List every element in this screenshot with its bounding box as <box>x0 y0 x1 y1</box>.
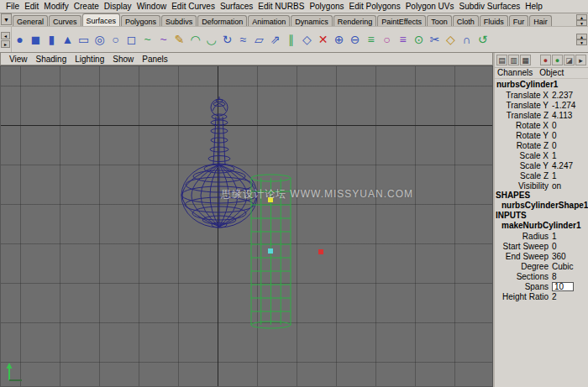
menu-help[interactable]: Help <box>522 2 545 11</box>
shelf-icon-arc-three-point[interactable]: ◠ <box>187 29 203 51</box>
channel-value-translate-x[interactable]: 2.237 <box>552 91 584 100</box>
panel-menu-view[interactable]: View <box>5 55 32 64</box>
shelf-icon-nurbs-square[interactable]: ◻ <box>123 29 139 51</box>
channel-layout-stack-icon[interactable]: ▦ <box>520 55 531 65</box>
shelf-tab-hair[interactable]: Hair <box>529 15 552 26</box>
shelf-tab-deformation[interactable]: Deformation <box>197 15 247 26</box>
channel-value-scale-x[interactable]: 1 <box>552 151 584 160</box>
shelf-icon-detach-surfaces[interactable]: ⊖ <box>347 29 363 51</box>
shelf-icon-delete-surface[interactable]: ✕ <box>315 29 331 51</box>
shelf-icon-arc-two-point[interactable]: ◡ <box>203 29 219 51</box>
panel-menu-panels[interactable]: Panels <box>138 55 172 64</box>
menu-edit-nurbs[interactable]: Edit NURBS <box>255 2 307 11</box>
channel-value-sections[interactable]: 8 <box>552 272 584 281</box>
cv-marker-red[interactable] <box>318 249 323 254</box>
shelf-tab-scroll-up-icon[interactable]: ▲ <box>576 14 587 20</box>
shelf-icon-rebuild-surfaces[interactable]: ↺ <box>475 29 491 51</box>
channel-value-scale-y[interactable]: 4.247 <box>552 161 584 170</box>
shelf-icon-project-curve[interactable]: ⊙ <box>411 29 427 51</box>
shelf-tab-surfaces[interactable]: Surfaces <box>82 13 121 26</box>
selected-node-title[interactable]: nurbsCylinder1 <box>495 79 588 90</box>
shelf-tab-cloth[interactable]: Cloth <box>453 15 479 26</box>
shelf-icon-nurbs-cylinder[interactable]: ▮ <box>44 29 60 51</box>
channel-value-height-ratio[interactable]: 2 <box>552 292 584 301</box>
input-node-name[interactable]: makeNurbCylinder1 <box>495 221 588 231</box>
menu-polygon-uvs[interactable]: Polygon UVs <box>403 2 457 11</box>
channel-value-radius[interactable]: 1 <box>552 232 584 241</box>
menu-edit-polygons[interactable]: Edit Polygons <box>347 2 403 11</box>
menu-polygons[interactable]: Polygons <box>307 2 346 11</box>
shelf-icon-nurbs-circle[interactable]: ○ <box>108 29 123 51</box>
shelf-icon-pencil-curve-tool[interactable]: ✎ <box>171 29 187 51</box>
menu-subdiv-surfaces[interactable]: Subdiv Surfaces <box>456 2 522 11</box>
channels-menu[interactable]: Channels <box>497 68 533 78</box>
shelf-icon-revolve[interactable]: ↻ <box>219 29 235 51</box>
channel-layout-narrow-icon[interactable]: ▤ <box>496 55 507 65</box>
menu-edit[interactable]: Edit <box>22 2 41 11</box>
panel-menu-shading[interactable]: Shading <box>32 55 71 64</box>
shelf-tab-menu-button[interactable]: ▼ <box>1 13 12 25</box>
menu-window[interactable]: Window <box>134 2 170 11</box>
panel-menu-lighting[interactable]: Lighting <box>71 55 108 64</box>
menu-edit-curves[interactable]: Edit Curves <box>169 2 218 11</box>
shelf-icon-attach-surfaces[interactable]: ⊕ <box>331 29 347 51</box>
channel-value-rotate-z[interactable]: 0 <box>552 141 584 150</box>
shelf-icon-nurbs-cube[interactable]: ◼ <box>28 29 44 51</box>
object-menu[interactable]: Object <box>539 68 564 78</box>
shelf-tab-subdivs[interactable]: Subdivs <box>161 15 197 26</box>
shelf-icon-planar[interactable]: ▱ <box>251 29 267 51</box>
channel-value-translate-z[interactable]: 4.113 <box>552 111 584 120</box>
shape-node-name[interactable]: nurbsCylinderShape1 <box>495 201 588 211</box>
viewport-canvas[interactable]: 思缘设计论坛 WWW.MISSYUAN.COM <box>0 65 493 387</box>
channel-value-rotate-y[interactable]: 0 <box>552 131 584 140</box>
shelf-scroll-down-icon[interactable]: ▼ <box>576 39 587 45</box>
shelf-tab-fluids[interactable]: Fluids <box>480 15 508 26</box>
shelf-tab-general[interactable]: General <box>13 15 48 26</box>
menu-file[interactable]: File <box>3 2 22 11</box>
channel-value-degree[interactable]: Cubic <box>552 262 584 271</box>
shelf-icon-cv-curve-tool[interactable]: ~ <box>139 29 155 51</box>
menu-surfaces[interactable]: Surfaces <box>218 2 255 11</box>
menu-modify[interactable]: Modify <box>41 2 71 11</box>
shelf-icon-ep-curve-tool[interactable]: ~ <box>155 29 171 51</box>
shelf-icon-booleans[interactable]: ∩ <box>459 29 475 51</box>
shelf-icon-boundary[interactable]: ◇ <box>299 29 315 51</box>
shelf-icon-nurbs-torus[interactable]: ◎ <box>92 29 108 51</box>
shelf-icon-align-surfaces[interactable]: ≡ <box>363 29 379 51</box>
channel-value-visibility[interactable]: on <box>552 181 584 191</box>
shelf-icon-birail[interactable]: ∥ <box>283 29 299 51</box>
shelf-icon-loft[interactable]: ≈ <box>235 29 251 51</box>
shelf-icon-untrim[interactable]: ◇ <box>443 29 459 51</box>
shelf-scroll-up-icon[interactable]: ▲ <box>576 34 587 39</box>
shelf-prev-icon[interactable]: ◂ <box>1 32 10 39</box>
shelf-tab-rendering[interactable]: Rendering <box>333 15 377 26</box>
shelf-icon-nurbs-plane[interactable]: ▭ <box>76 29 92 51</box>
speed-slow-icon[interactable]: ● <box>540 55 551 65</box>
channel-value-spans[interactable]: 10 <box>552 282 574 291</box>
menu-create[interactable]: Create <box>71 2 102 11</box>
channel-layout-wide-icon[interactable]: ▥ <box>508 55 519 65</box>
cv-marker-cyan[interactable] <box>268 248 273 254</box>
channel-options-icon[interactable]: ▸ <box>575 55 586 65</box>
channel-value-end-sweep[interactable]: 360 <box>552 252 584 261</box>
shelf-tab-painteffects[interactable]: PaintEffects <box>377 15 426 26</box>
shelf-tab-curves[interactable]: Curves <box>49 15 81 26</box>
shelf-icon-extrude[interactable]: ⇗ <box>267 29 283 51</box>
shelf-tab-polygons[interactable]: Polygons <box>121 15 160 26</box>
shelf-icon-nurbs-sphere[interactable]: ● <box>12 29 28 51</box>
shelf-tab-scroll-down-icon[interactable]: ▼ <box>576 20 587 26</box>
channel-value-rotate-x[interactable]: 0 <box>552 121 584 130</box>
shelf-icon-nurbs-cone[interactable]: ▲ <box>60 29 76 51</box>
channel-paint-icon[interactable]: ◪ <box>564 55 575 65</box>
wireframe-model[interactable] <box>181 97 257 227</box>
panel-menu-show[interactable]: Show <box>108 55 138 64</box>
menu-display[interactable]: Display <box>102 2 134 11</box>
shelf-icon-open-close-surfaces[interactable]: ○ <box>379 29 395 51</box>
shelf-icon-insert-isoparms[interactable]: ≡ <box>395 29 411 51</box>
speed-fast-icon[interactable]: ● <box>552 55 563 65</box>
shelf-tab-toon[interactable]: Toon <box>427 15 452 26</box>
channel-value-scale-z[interactable]: 1 <box>552 171 584 180</box>
shelf-tab-animation[interactable]: Animation <box>248 15 290 26</box>
shelf-tab-dynamics[interactable]: Dynamics <box>291 15 333 26</box>
shelf-tab-fur[interactable]: Fur <box>509 15 529 26</box>
